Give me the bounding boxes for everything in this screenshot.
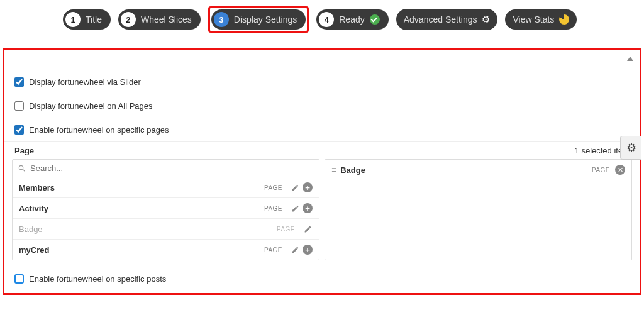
divider: [4, 43, 640, 43]
search-row[interactable]: [13, 160, 319, 177]
add-icon[interactable]: +: [303, 245, 313, 255]
option-specific-pages[interactable]: Enable fortunewheel on specific pages: [4, 118, 640, 142]
option-specific-posts[interactable]: Enable fortunewheel on specific posts: [4, 267, 640, 291]
edit-icon[interactable]: [290, 182, 300, 192]
step-title[interactable]: 1Title: [63, 9, 111, 30]
edit-icon[interactable]: [303, 224, 313, 234]
available-pages-list: Members PAGE + Activity PAGE + Badge PAG…: [12, 159, 319, 260]
option-slider[interactable]: Display fortunewheel via Slider: [4, 70, 640, 94]
list-item[interactable]: Activity PAGE +: [13, 198, 319, 219]
page-label: Page: [14, 146, 34, 155]
checkbox-all-pages[interactable]: [14, 101, 24, 111]
checkbox-specific-posts[interactable]: [14, 274, 24, 284]
step-ready[interactable]: 4Ready: [316, 9, 388, 30]
accordion-header[interactable]: [4, 53, 640, 70]
page-section-header: Page 1 selected item: [4, 142, 640, 159]
gear-icon: ⚙: [626, 141, 636, 155]
edit-icon[interactable]: [290, 245, 300, 255]
list-item[interactable]: myCred PAGE +: [13, 240, 319, 260]
drag-handle-icon[interactable]: ≡: [331, 165, 335, 175]
gear-icon: ⚙: [482, 14, 490, 25]
checkbox-specific-pages[interactable]: [14, 125, 24, 135]
chevron-up-icon: [627, 57, 633, 61]
step-wheel-slices[interactable]: 2Wheel Slices: [118, 9, 201, 30]
piechart-icon: [559, 14, 569, 25]
checkbox-slider[interactable]: [14, 77, 24, 87]
edit-icon[interactable]: [290, 203, 300, 213]
view-stats-button[interactable]: View Stats: [505, 9, 577, 30]
selected-pages-list: ≡ Badge PAGE ✕: [325, 159, 632, 260]
search-input[interactable]: [30, 164, 314, 173]
add-icon[interactable]: +: [303, 182, 313, 192]
advanced-settings-button[interactable]: Advanced Settings⚙: [396, 9, 498, 30]
wizard-steps: 1Title 2Wheel Slices 3Display Settings 4…: [0, 0, 644, 43]
add-icon[interactable]: +: [303, 203, 313, 213]
list-item: Badge PAGE: [13, 219, 319, 240]
step-display-settings[interactable]: 3Display Settings: [211, 9, 306, 30]
floating-settings-button[interactable]: ⚙: [620, 136, 641, 160]
selected-item[interactable]: ≡ Badge PAGE ✕: [325, 160, 631, 180]
option-all-pages[interactable]: Display fortunewheel on All Pages: [4, 94, 640, 118]
check-icon: [370, 14, 380, 25]
remove-icon[interactable]: ✕: [615, 165, 625, 175]
search-icon: [18, 164, 26, 173]
list-item[interactable]: Members PAGE +: [13, 177, 319, 198]
settings-panel: Display fortunewheel via Slider Display …: [3, 48, 641, 295]
